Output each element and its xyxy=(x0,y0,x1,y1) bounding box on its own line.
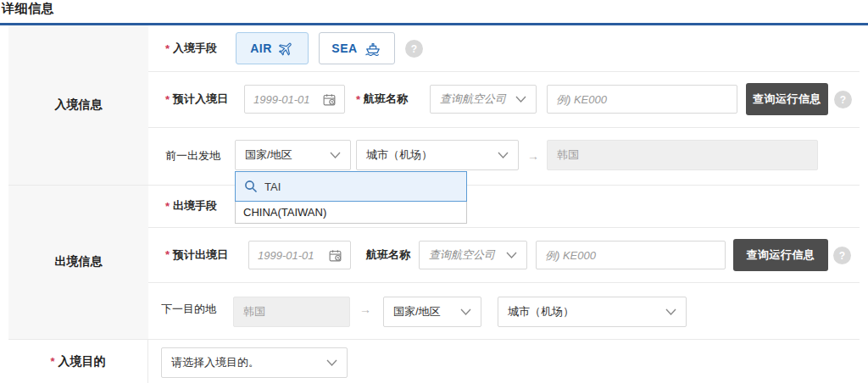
country-search-dropdown: CHINA(TAIWAN) xyxy=(235,171,467,224)
entry-airline-select[interactable]: 查询航空公司 xyxy=(430,85,537,114)
entry-flight-help-icon[interactable]: ? xyxy=(834,91,852,108)
departure-method-label: * 出境手段 xyxy=(165,185,217,227)
entry-date-label: * 预计入境日 xyxy=(165,71,228,127)
required-mark: * xyxy=(165,42,170,55)
origin-place-field: 韩国 xyxy=(233,297,350,327)
row-divider xyxy=(148,227,860,228)
next-city-select[interactable]: 城市（机场） xyxy=(498,297,687,327)
prev-country-select[interactable]: 国家/地区 xyxy=(235,140,351,170)
calendar-icon[interactable] xyxy=(328,248,342,263)
entry-method-sea-button[interactable]: SEA xyxy=(319,32,395,64)
departure-flight-label: 航班名称 xyxy=(366,227,410,282)
prev-city-select[interactable]: 城市（机场） xyxy=(356,140,519,170)
entry-purpose-select[interactable]: 请选择入境目的。 xyxy=(161,347,348,378)
section-departure-info: 出境信息 xyxy=(8,185,148,339)
calendar-icon[interactable] xyxy=(322,92,337,107)
departure-search-schedule-button[interactable]: 查询运行信息 xyxy=(733,239,828,271)
airplane-icon xyxy=(278,41,294,57)
departure-flight-no-field xyxy=(536,241,726,269)
page-title: 详细信息 xyxy=(2,1,54,17)
sea-button-label: SEA xyxy=(331,42,357,55)
arrow-icon: → xyxy=(527,127,539,185)
chevron-down-icon xyxy=(326,359,337,366)
departure-date-field xyxy=(248,241,351,269)
country-option-china-taiwan[interactable]: CHINA(TAIWAN) xyxy=(235,202,467,224)
row-divider xyxy=(148,282,860,283)
row-divider xyxy=(148,71,860,72)
section-column: 入境信息 出境信息 xyxy=(8,25,148,339)
chevron-down-icon xyxy=(506,252,517,258)
entry-flight-no-field xyxy=(547,85,737,114)
required-mark: * xyxy=(165,200,170,213)
next-destination-label: 下一目的地 xyxy=(161,282,216,336)
entry-flight-label: * 航班名称 xyxy=(356,71,408,127)
required-mark: * xyxy=(50,355,54,368)
next-country-select[interactable]: 国家/地区 xyxy=(383,297,481,327)
country-search-input[interactable] xyxy=(264,180,458,193)
required-mark: * xyxy=(165,248,170,261)
entry-method-label: * 入境手段 xyxy=(165,25,217,71)
arrow-icon: → xyxy=(359,282,371,336)
chevron-down-icon xyxy=(665,308,676,315)
departure-flight-no-input[interactable] xyxy=(537,241,725,269)
search-icon xyxy=(244,180,258,193)
departure-date-input[interactable] xyxy=(249,241,328,269)
entry-method-help-icon[interactable]: ? xyxy=(405,40,423,58)
arrival-place-field: 韩国 xyxy=(547,140,818,170)
required-mark: * xyxy=(165,93,170,106)
ship-icon xyxy=(364,41,382,56)
air-button-label: AIR xyxy=(250,42,272,55)
chevron-down-icon xyxy=(515,96,526,103)
country-search-box xyxy=(235,171,467,202)
entry-method-air-button[interactable]: AIR xyxy=(236,32,309,64)
chevron-down-icon xyxy=(498,152,509,158)
chevron-down-icon xyxy=(330,152,341,158)
chevron-down-icon xyxy=(460,308,471,315)
departure-airline-select[interactable]: 查询航空公司 xyxy=(419,241,527,269)
required-mark: * xyxy=(356,93,360,106)
section-entry-info: 入境信息 xyxy=(8,25,148,185)
entry-flight-no-input[interactable] xyxy=(548,86,737,113)
section-entry-purpose: * 入境目的 xyxy=(8,340,148,383)
entry-date-input[interactable] xyxy=(245,86,322,113)
detail-info-page: 详细信息 入境信息 出境信息 * 入境手段 AIR SEA ? * xyxy=(0,0,868,383)
departure-date-label: * 预计出境日 xyxy=(165,227,228,282)
entry-date-field xyxy=(244,85,345,114)
entry-search-schedule-button[interactable]: 查询运行信息 xyxy=(746,83,828,115)
prev-departure-label: 前一出发地 xyxy=(165,127,220,185)
departure-flight-help-icon[interactable]: ? xyxy=(833,247,851,264)
row-divider xyxy=(148,127,860,128)
